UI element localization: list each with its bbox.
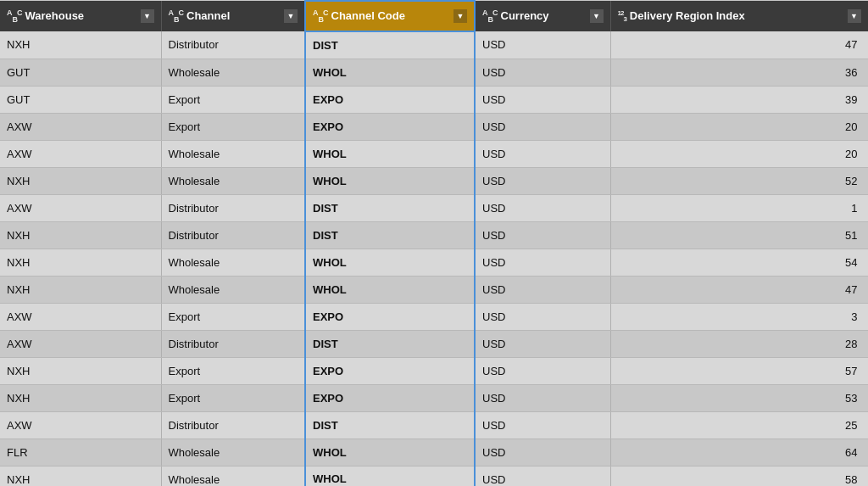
table-row: NXHWholesaleWHOLUSD54 bbox=[0, 249, 868, 276]
cell-currency: USD bbox=[475, 221, 610, 249]
cell-channel_code: WHOL bbox=[305, 249, 475, 276]
cell-channel_code: WHOL bbox=[305, 167, 475, 194]
cell-warehouse: AXW bbox=[0, 194, 161, 221]
column-header-warehouse[interactable]: ABCWarehouse▼ bbox=[0, 1, 161, 31]
cell-currency: USD bbox=[475, 466, 610, 486]
cell-channel_code: DIST bbox=[305, 221, 475, 249]
column-label: Channel bbox=[186, 9, 230, 22]
abc-icon: ABC bbox=[313, 8, 328, 23]
cell-currency: USD bbox=[475, 384, 610, 411]
cell-warehouse: NXH bbox=[0, 276, 161, 303]
cell-currency: USD bbox=[475, 86, 610, 113]
cell-warehouse: GUT bbox=[0, 59, 161, 86]
cell-delivery_region_index: 51 bbox=[610, 221, 868, 249]
cell-channel_code: WHOL bbox=[305, 140, 475, 167]
table-row: NXHWholesaleWHOLUSD47 bbox=[0, 276, 868, 303]
table-row: AXWDistributorDISTUSD1 bbox=[0, 194, 868, 221]
cell-warehouse: AXW bbox=[0, 303, 161, 330]
cell-channel: Distributor bbox=[161, 330, 305, 357]
cell-channel: Export bbox=[161, 357, 305, 384]
cell-channel: Wholesale bbox=[161, 466, 305, 486]
table-row: AXWDistributorDISTUSD28 bbox=[0, 330, 868, 357]
column-header-channel_code[interactable]: ABCChannel Code▼ bbox=[305, 1, 475, 31]
cell-currency: USD bbox=[475, 411, 610, 439]
column-header-delivery_region_index[interactable]: 123Delivery Region Index▼ bbox=[610, 1, 868, 31]
numeric-icon: 123 bbox=[618, 9, 626, 23]
abc-icon: ABC bbox=[482, 8, 498, 23]
cell-currency: USD bbox=[475, 31, 610, 59]
column-dropdown-currency[interactable]: ▼ bbox=[590, 9, 604, 23]
cell-delivery_region_index: 54 bbox=[610, 249, 868, 276]
cell-channel: Distributor bbox=[161, 194, 305, 221]
cell-channel: Export bbox=[161, 384, 305, 411]
cell-channel_code: EXPO bbox=[305, 303, 475, 330]
cell-channel: Distributor bbox=[161, 411, 305, 439]
column-dropdown-channel[interactable]: ▼ bbox=[284, 9, 298, 23]
cell-currency: USD bbox=[475, 194, 610, 221]
cell-currency: USD bbox=[475, 357, 610, 384]
cell-delivery_region_index: 39 bbox=[610, 86, 868, 113]
cell-warehouse: AXW bbox=[0, 411, 161, 439]
cell-channel_code: DIST bbox=[305, 31, 475, 59]
cell-delivery_region_index: 25 bbox=[610, 411, 868, 439]
cell-channel: Export bbox=[161, 86, 305, 113]
table-row: NXHWholesaleWHOLUSD52 bbox=[0, 167, 868, 194]
table-row: AXWDistributorDISTUSD25 bbox=[0, 411, 868, 439]
column-header-currency[interactable]: ABCCurrency▼ bbox=[475, 1, 610, 31]
cell-warehouse: NXH bbox=[0, 384, 161, 411]
cell-warehouse: NXH bbox=[0, 357, 161, 384]
cell-channel: Wholesale bbox=[161, 276, 305, 303]
cell-channel_code: WHOL bbox=[305, 466, 475, 486]
cell-channel: Export bbox=[161, 303, 305, 330]
cell-channel: Distributor bbox=[161, 31, 305, 59]
cell-delivery_region_index: 3 bbox=[610, 303, 868, 330]
cell-warehouse: AXW bbox=[0, 113, 161, 140]
cell-channel: Wholesale bbox=[161, 167, 305, 194]
cell-currency: USD bbox=[475, 140, 610, 167]
cell-warehouse: GUT bbox=[0, 86, 161, 113]
cell-warehouse: NXH bbox=[0, 221, 161, 249]
cell-currency: USD bbox=[475, 59, 610, 86]
cell-delivery_region_index: 47 bbox=[610, 31, 868, 59]
table-row: NXHDistributorDISTUSD51 bbox=[0, 221, 868, 249]
cell-warehouse: NXH bbox=[0, 167, 161, 194]
cell-channel_code: WHOL bbox=[305, 439, 475, 466]
column-dropdown-channel_code[interactable]: ▼ bbox=[453, 9, 467, 23]
cell-channel_code: DIST bbox=[305, 411, 475, 439]
cell-warehouse: NXH bbox=[0, 466, 161, 486]
table-row: AXWExportEXPOUSD3 bbox=[0, 303, 868, 330]
column-label: Channel Code bbox=[331, 9, 405, 22]
table-row: FLRWholesaleWHOLUSD64 bbox=[0, 439, 868, 466]
cell-currency: USD bbox=[475, 303, 610, 330]
cell-channel_code: WHOL bbox=[305, 59, 475, 86]
table-row: NXHDistributorDISTUSD47 bbox=[0, 31, 868, 59]
cell-channel: Distributor bbox=[161, 221, 305, 249]
cell-warehouse: FLR bbox=[0, 439, 161, 466]
cell-delivery_region_index: 57 bbox=[610, 357, 868, 384]
cell-channel_code: DIST bbox=[305, 194, 475, 221]
table-row: NXHExportEXPOUSD53 bbox=[0, 384, 868, 411]
cell-channel_code: EXPO bbox=[305, 86, 475, 113]
table-row: AXWWholesaleWHOLUSD20 bbox=[0, 140, 868, 167]
cell-warehouse: NXH bbox=[0, 31, 161, 59]
column-dropdown-warehouse[interactable]: ▼ bbox=[141, 9, 154, 23]
cell-channel: Wholesale bbox=[161, 439, 305, 466]
table-row: GUTExportEXPOUSD39 bbox=[0, 86, 868, 113]
column-dropdown-delivery_region_index[interactable]: ▼ bbox=[848, 9, 861, 23]
cell-delivery_region_index: 36 bbox=[610, 59, 868, 86]
table-row: AXWExportEXPOUSD20 bbox=[0, 113, 868, 140]
cell-channel_code: EXPO bbox=[305, 384, 475, 411]
cell-warehouse: NXH bbox=[0, 249, 161, 276]
cell-delivery_region_index: 53 bbox=[610, 384, 868, 411]
cell-channel: Wholesale bbox=[161, 249, 305, 276]
cell-channel_code: EXPO bbox=[305, 357, 475, 384]
cell-delivery_region_index: 47 bbox=[610, 276, 868, 303]
cell-warehouse: AXW bbox=[0, 140, 161, 167]
column-label: Delivery Region Index bbox=[630, 9, 745, 22]
cell-channel_code: DIST bbox=[305, 330, 475, 357]
cell-currency: USD bbox=[475, 167, 610, 194]
column-header-channel[interactable]: ABCChannel▼ bbox=[161, 1, 305, 31]
cell-delivery_region_index: 1 bbox=[610, 194, 868, 221]
cell-currency: USD bbox=[475, 276, 610, 303]
column-label: Currency bbox=[501, 9, 549, 22]
